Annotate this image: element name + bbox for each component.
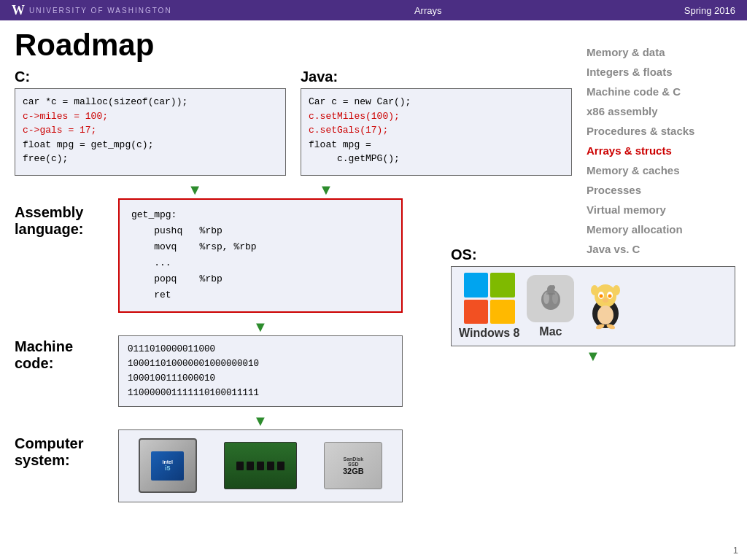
sidebar-item-procedures[interactable]: Procedures & stacks (587, 121, 732, 141)
apple-svg (536, 284, 565, 313)
asm-line-2: pushq %rbp (131, 225, 222, 236)
page-title: Roadmap (15, 28, 572, 63)
windows-label: Windows 8 (459, 327, 519, 340)
ram-image (224, 442, 297, 489)
java-line-3: c.setGals(17); (309, 125, 388, 136)
java-line-1: Car c = new Car(); (309, 96, 411, 107)
sidebar-item-machine-code[interactable]: Machine code & C (587, 82, 732, 101)
ram-chip (236, 462, 244, 470)
ram-chips (236, 462, 285, 470)
mac-icon (527, 275, 574, 322)
arrows-to-assembly: ▼ ▼ (118, 182, 403, 198)
win-pane-green (490, 273, 515, 298)
machine-code-box: 0111010000011000 10001101000000100000001… (118, 335, 403, 407)
svg-point-8 (595, 284, 616, 308)
sidebar-item-allocation[interactable]: Memory allocation (587, 219, 732, 239)
ssd-brand: SanDisk (344, 456, 364, 462)
mac-label: Mac (539, 325, 562, 338)
arrow-to-computer: ▼ (118, 413, 403, 429)
c-label: C: (15, 69, 286, 85)
java-label: Java: (301, 69, 572, 85)
asm-line-1: get_mpg: (131, 209, 177, 220)
svg-point-10 (613, 285, 620, 295)
semester-label: Spring 2016 (684, 5, 735, 16)
header-bar: W UNIVERSITY of WASHINGTON Arrays Spring… (0, 0, 747, 20)
sidebar-item-virtual-memory[interactable]: Virtual memory (587, 200, 732, 219)
c-section: C: car *c = malloc(sizeof(car)); c->mile… (15, 69, 286, 176)
asm-line-3: movq %rsp, %rbp (131, 241, 257, 252)
c-line-1: car *c = malloc(sizeof(car)); (23, 96, 187, 107)
svg-point-15 (603, 298, 608, 303)
c-line-5: free(c); (23, 153, 68, 164)
university-name: UNIVERSITY of WASHINGTON (29, 7, 172, 15)
page-number: 1 (733, 545, 738, 556)
os-section: OS: Windows 8 (451, 246, 735, 365)
sidebar-item-processes[interactable]: Processes (587, 180, 732, 200)
machine-line-3: 1000100111000010 (128, 373, 215, 384)
asm-line-6: ret (131, 289, 171, 300)
svg-point-16 (597, 306, 614, 324)
os-label: OS: (451, 246, 735, 263)
sidebar-item-x86[interactable]: x86 assembly (587, 101, 732, 121)
ram-chip (247, 462, 254, 470)
ssd-size: 32GB (343, 467, 364, 475)
sidebar-item-memory-data[interactable]: Memory & data (587, 42, 732, 62)
java-code-box: Car c = new Car(); c.setMiles(100); c.se… (301, 88, 572, 176)
c-line-4: float mpg = get_mpg(c); (23, 139, 153, 150)
sidebar-item-caches[interactable]: Memory & caches (587, 160, 732, 180)
cpu-brand: intel (162, 459, 172, 464)
os-box: Windows 8 Mac (451, 266, 735, 346)
university-logo: W UNIVERSITY of WASHINGTON (12, 3, 172, 18)
asm-line-5: popq %rbp (131, 273, 222, 284)
windows-icon (464, 273, 515, 324)
ssd-image: SanDisk SSD 32GB (324, 442, 382, 489)
c-code-box: car *c = malloc(sizeof(car)); c->miles =… (15, 88, 286, 176)
ssd-type: SSD (348, 462, 358, 467)
ram-chip (267, 462, 274, 470)
cpu-image: intel i5 (139, 438, 197, 493)
code-sections: C: car *c = malloc(sizeof(car)); c->mile… (15, 69, 572, 176)
linux-icon (581, 283, 629, 330)
cpu-inner: intel i5 (151, 451, 184, 481)
slide-title: Arrays (414, 5, 442, 16)
svg-point-9 (591, 285, 598, 295)
asm-line-4: ... (131, 257, 171, 268)
win-pane-blue (464, 273, 489, 298)
svg-point-14 (608, 294, 611, 298)
ram-chip (257, 462, 264, 470)
sidebar-item-integers[interactable]: Integers & floats (587, 62, 732, 82)
arrow-to-machine: ▼ (118, 319, 403, 335)
java-line-5: c.getMPG(); (309, 153, 400, 164)
c-line-2: c->miles = 100; (23, 111, 108, 122)
sidebar-item-arrays[interactable]: Arrays & structs (587, 141, 732, 160)
svg-point-13 (599, 294, 603, 298)
java-section: Java: Car c = new Car(); c.setMiles(100)… (301, 69, 572, 176)
svg-rect-2 (549, 287, 551, 291)
assembly-code-box: get_mpg: pushq %rbp movq %rsp, %rbp ... … (118, 198, 403, 313)
cpu-model: i5 (165, 464, 171, 472)
machine-line-4: 110000001111110100011111 (128, 388, 259, 398)
java-line-4: float mpg = (309, 139, 371, 150)
assembly-label: Assemblylanguage: (15, 198, 109, 238)
win-pane-yellow (490, 300, 515, 324)
machine-line-2: 100011010000001000000010 (128, 359, 259, 369)
machine-line-1: 0111010000011000 (128, 344, 215, 354)
computer-label: Computersystem: (15, 429, 109, 469)
java-line-2: c.setMiles(100); (309, 111, 400, 122)
ram-chip (277, 462, 285, 470)
c-line-3: c->gals = 17; (23, 125, 96, 136)
machine-label: Machinecode: (15, 335, 109, 372)
computer-system-box: intel i5 SanDisk (118, 429, 403, 502)
uw-w-logo: W (12, 3, 25, 18)
computer-row: Computersystem: intel i5 (15, 429, 572, 502)
linux-svg (584, 283, 627, 330)
win-pane-red (464, 300, 489, 324)
